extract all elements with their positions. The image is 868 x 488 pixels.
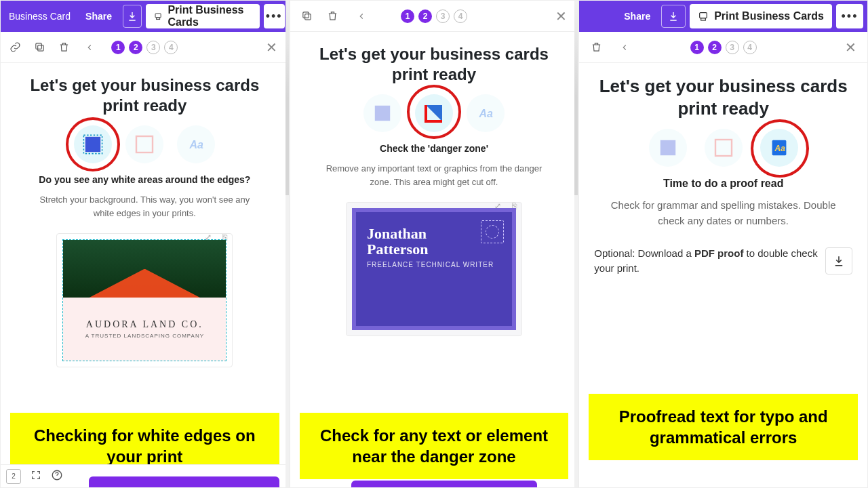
tutorial-caption: Proofread text for typo and grammatical … xyxy=(589,394,858,460)
doc-title: Business Card xyxy=(5,11,75,22)
share-button[interactable]: Share xyxy=(617,5,657,28)
tutorial-caption: Check for any text or element near the d… xyxy=(300,413,569,479)
danger-zone-icon xyxy=(125,125,163,163)
svg-text:Aa: Aa xyxy=(478,108,493,119)
step-hint: Check for grammar and spelling mistakes.… xyxy=(608,198,839,228)
wizard-title: Let's get your business cards print read… xyxy=(594,75,852,119)
bleed-icon xyxy=(649,129,687,167)
step-1[interactable]: 1 xyxy=(111,41,125,54)
trash-icon[interactable] xyxy=(54,37,74,58)
wizard-steps: 1 2 3 4 xyxy=(401,9,467,23)
trash-icon[interactable] xyxy=(586,37,606,58)
print-label: Print Business Cards xyxy=(714,10,824,22)
share-button[interactable]: Share xyxy=(79,5,119,28)
pdf-proof-strong: PDF proof xyxy=(694,247,744,259)
step-3[interactable]: 3 xyxy=(726,41,739,54)
proofread-icon: Aa xyxy=(467,94,505,132)
step-2[interactable]: 2 xyxy=(129,41,142,54)
step-4[interactable]: 4 xyxy=(164,41,178,54)
danger-zone-icon xyxy=(705,129,743,167)
wizard-steps: 1 2 3 4 xyxy=(111,41,178,54)
svg-text:Aa: Aa xyxy=(774,144,785,153)
help-icon[interactable] xyxy=(51,469,63,484)
svg-rect-9 xyxy=(305,14,311,20)
wizard-title: Let's get your business cards print read… xyxy=(16,75,274,116)
step-4[interactable]: 4 xyxy=(454,9,467,23)
pdf-proof-pre: Optional: Download a xyxy=(594,247,694,259)
print-button[interactable]: Print Business Cards xyxy=(690,4,832,28)
proofread-icon: Aa xyxy=(177,125,215,163)
step-2[interactable]: 2 xyxy=(708,41,722,54)
pdf-proof-text: Optional: Download a PDF proof to double… xyxy=(594,246,818,276)
bleed-icon xyxy=(74,125,112,163)
step-question: Check the 'danger zone' xyxy=(380,143,488,154)
card-preview: ⤢⎘ AUDORA LAND CO. A TRUSTED LANDSCAPING… xyxy=(56,233,233,367)
svg-rect-3 xyxy=(35,43,41,49)
page-count-badge[interactable]: 2 xyxy=(6,469,21,484)
wizard-title: Let's get your business cards print read… xyxy=(305,44,564,85)
download-button[interactable] xyxy=(123,5,142,28)
svg-rect-10 xyxy=(303,12,309,18)
svg-rect-4 xyxy=(85,137,100,152)
card-name-2: Patterson xyxy=(367,241,501,257)
wizard-close-button[interactable] xyxy=(551,6,571,26)
wizard-bar: 1 2 3 4 xyxy=(290,1,578,32)
download-button[interactable] xyxy=(661,5,686,28)
step-question: Time to do a proof read xyxy=(663,178,784,190)
card-brand: AUDORA LAND CO. xyxy=(86,319,203,330)
step-question: Do you see any white areas around the ed… xyxy=(39,174,250,185)
step-hint: Stretch your background. This way, you w… xyxy=(36,193,253,220)
copy-icon[interactable] xyxy=(29,37,50,58)
more-button[interactable] xyxy=(836,4,863,28)
svg-text:Aa: Aa xyxy=(189,139,204,150)
card-tagline: A TRUSTED LANDSCAPING COMPANY xyxy=(85,333,204,339)
wizard-bar: 1 2 3 4 xyxy=(579,32,867,63)
step-hint: Remove any important text or graphics fr… xyxy=(326,162,542,188)
step-1[interactable]: 1 xyxy=(401,9,414,23)
svg-rect-0 xyxy=(155,14,161,18)
wizard-back-button[interactable] xyxy=(350,5,373,28)
fullscreen-icon[interactable] xyxy=(31,470,41,483)
wizard-icon-row: Aa xyxy=(649,129,798,167)
print-button[interactable]: Print Business Cards xyxy=(146,4,260,28)
svg-marker-12 xyxy=(426,105,442,121)
more-button[interactable] xyxy=(264,4,285,28)
print-label: Print Business Cards xyxy=(167,4,251,28)
svg-rect-16 xyxy=(660,140,675,155)
download-pdf-proof-button[interactable] xyxy=(825,247,852,274)
wizard-bar: 1 2 3 4 xyxy=(1,32,289,63)
svg-rect-17 xyxy=(715,140,732,156)
step-1[interactable]: 1 xyxy=(690,41,704,54)
card-preview: ⤢⎘ Jonathan Patterson FREELANCE TECHNICA… xyxy=(346,202,522,336)
trash-icon[interactable] xyxy=(323,6,343,26)
wizard-icon-row: Aa xyxy=(363,94,505,132)
cta-bar[interactable] xyxy=(351,481,538,487)
copy-icon[interactable] xyxy=(297,6,317,26)
danger-zone-icon xyxy=(415,94,453,132)
wizard-back-button[interactable] xyxy=(613,36,636,59)
app-topbar: Business Card Share Print Business Cards xyxy=(1,1,289,32)
svg-rect-2 xyxy=(37,45,43,52)
stamp-icon xyxy=(481,220,504,243)
step-4[interactable]: 4 xyxy=(743,41,757,54)
link-icon[interactable] xyxy=(5,37,25,58)
svg-rect-6 xyxy=(136,136,153,152)
step-3[interactable]: 3 xyxy=(436,9,450,23)
wizard-back-button[interactable] xyxy=(78,36,101,59)
svg-rect-11 xyxy=(375,106,390,121)
card-role: FREELANCE TECHNICAL WRITER xyxy=(367,261,501,268)
step-2[interactable]: 2 xyxy=(418,9,432,23)
wizard-icon-row: Aa xyxy=(74,125,215,163)
wizard-steps: 1 2 3 4 xyxy=(690,41,757,54)
svg-rect-1 xyxy=(157,18,160,20)
app-topbar: Share Print Business Cards xyxy=(579,1,867,32)
cta-bar[interactable] xyxy=(89,476,279,487)
proofread-icon: Aa xyxy=(760,129,798,167)
svg-rect-15 xyxy=(701,18,706,20)
wizard-close-button[interactable] xyxy=(262,37,282,58)
pdf-proof-row: Optional: Download a PDF proof to double… xyxy=(594,246,852,276)
wizard-close-button[interactable] xyxy=(840,37,861,58)
bleed-icon xyxy=(363,94,401,132)
step-3[interactable]: 3 xyxy=(146,41,160,54)
svg-rect-14 xyxy=(700,13,707,18)
